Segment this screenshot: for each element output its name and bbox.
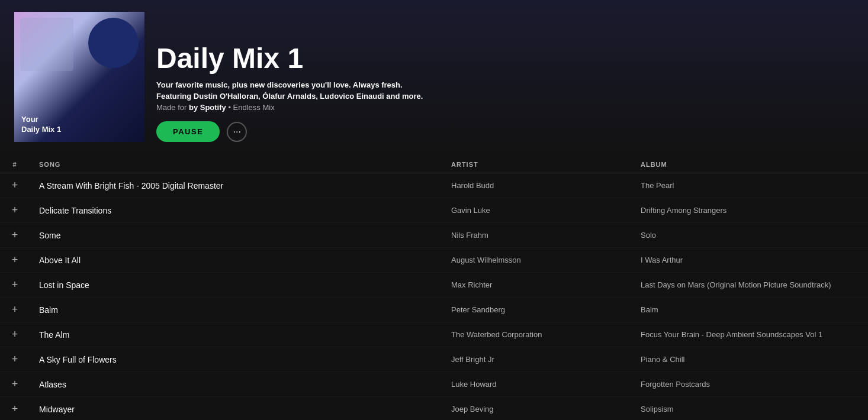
ellipsis-icon: ··· bbox=[233, 127, 241, 137]
track-album[interactable]: Solipsism bbox=[631, 397, 868, 421]
track-album[interactable]: Focus Your Brain - Deep Ambient Soundsca… bbox=[631, 322, 868, 347]
table-row[interactable]: +A Sky Full of FlowersJeff Bright JrPian… bbox=[0, 347, 868, 372]
track-album[interactable]: Drifting Among Strangers bbox=[631, 198, 868, 223]
featuring-suffix: and more. bbox=[384, 92, 423, 101]
table-row[interactable]: +Lost in SpaceMax RichterLast Days on Ma… bbox=[0, 273, 868, 298]
table-row[interactable]: +MidwayerJoep BevingSolipsism bbox=[0, 397, 868, 421]
track-artist[interactable]: Peter Sandberg bbox=[442, 298, 631, 322]
featuring-prefix: Featuring bbox=[156, 92, 194, 101]
track-artist[interactable]: Jeff Bright Jr bbox=[442, 347, 631, 372]
track-title[interactable]: Lost in Space bbox=[30, 273, 442, 298]
more-options-button[interactable]: ··· bbox=[227, 122, 247, 142]
track-title[interactable]: Balm bbox=[30, 298, 442, 322]
made-for-label: Made for bbox=[156, 103, 187, 112]
hero-info: Daily Mix 1 Your favorite music, plus ne… bbox=[156, 43, 854, 142]
table-row[interactable]: +A Stream With Bright Fish - 2005 Digita… bbox=[0, 173, 868, 198]
col-num: # bbox=[0, 156, 30, 173]
track-album[interactable]: Balm bbox=[631, 298, 868, 322]
table-row[interactable]: +Above It AllAugust WilhelmssonI Was Art… bbox=[0, 248, 868, 273]
track-number[interactable]: + bbox=[0, 198, 30, 223]
track-number[interactable]: + bbox=[0, 273, 30, 298]
featuring-artists: Dustin O'Halloran, Ólafur Arnalds, Ludov… bbox=[194, 92, 384, 101]
add-track-icon[interactable]: + bbox=[12, 353, 18, 365]
track-number[interactable]: + bbox=[0, 372, 30, 397]
track-number[interactable]: + bbox=[0, 397, 30, 421]
table-row[interactable]: +SomeNils FrahmSolo bbox=[0, 223, 868, 248]
add-track-icon[interactable]: + bbox=[12, 328, 18, 340]
track-artist[interactable]: Luke Howard bbox=[442, 372, 631, 397]
add-track-icon[interactable]: + bbox=[12, 229, 18, 241]
by-spotify-label: by Spotify bbox=[189, 103, 226, 112]
track-table: # SONG ARTIST ALBUM +A Stream With Brigh… bbox=[0, 156, 868, 420]
add-track-icon[interactable]: + bbox=[12, 254, 18, 266]
playlist-meta: Made for by Spotify • Endless Mix bbox=[156, 103, 854, 112]
add-track-icon[interactable]: + bbox=[12, 403, 18, 415]
track-number[interactable]: + bbox=[0, 298, 30, 322]
col-album: ALBUM bbox=[631, 156, 868, 173]
add-track-icon[interactable]: + bbox=[12, 303, 18, 315]
track-number[interactable]: + bbox=[0, 347, 30, 372]
col-artist: ARTIST bbox=[442, 156, 631, 173]
add-track-icon[interactable]: + bbox=[12, 204, 18, 216]
track-album[interactable]: Solo bbox=[631, 223, 868, 248]
featuring-line: Featuring Dustin O'Halloran, Ólafur Arna… bbox=[156, 92, 854, 101]
album-art: Your Daily Mix 1 bbox=[14, 12, 144, 142]
track-title[interactable]: A Stream With Bright Fish - 2005 Digital… bbox=[30, 173, 442, 198]
add-track-icon[interactable]: + bbox=[12, 179, 18, 191]
track-album[interactable]: Forgotten Postcards bbox=[631, 372, 868, 397]
track-number[interactable]: + bbox=[0, 248, 30, 273]
track-album[interactable]: Last Days on Mars (Original Motion Pictu… bbox=[631, 273, 868, 298]
track-album[interactable]: The Pearl bbox=[631, 173, 868, 198]
table-header: # SONG ARTIST ALBUM bbox=[0, 156, 868, 173]
table-row[interactable]: +AtlasesLuke HowardForgotten Postcards bbox=[0, 372, 868, 397]
track-title[interactable]: Atlases bbox=[30, 372, 442, 397]
playlist-description: Your favorite music, plus new discoverie… bbox=[156, 80, 854, 89]
track-album[interactable]: I Was Arthur bbox=[631, 248, 868, 273]
header-row: # SONG ARTIST ALBUM bbox=[0, 156, 868, 173]
track-number[interactable]: + bbox=[0, 223, 30, 248]
track-artist[interactable]: Joep Beving bbox=[442, 397, 631, 421]
table-row[interactable]: +BalmPeter SandbergBalm bbox=[0, 298, 868, 322]
track-list: +A Stream With Bright Fish - 2005 Digita… bbox=[0, 173, 868, 421]
track-artist[interactable]: Harold Budd bbox=[442, 173, 631, 198]
table-row[interactable]: +The AlmThe Waterbed CorporationFocus Yo… bbox=[0, 322, 868, 347]
hero-section: Your Daily Mix 1 Daily Mix 1 Your favori… bbox=[0, 0, 868, 156]
table-row[interactable]: +Delicate TransitionsGavin LukeDrifting … bbox=[0, 198, 868, 223]
track-album[interactable]: Piano & Chill bbox=[631, 347, 868, 372]
track-title[interactable]: Some bbox=[30, 223, 442, 248]
track-title[interactable]: Delicate Transitions bbox=[30, 198, 442, 223]
track-title[interactable]: Midwayer bbox=[30, 397, 442, 421]
track-artist[interactable]: The Waterbed Corporation bbox=[442, 322, 631, 347]
album-art-label: Your Daily Mix 1 bbox=[21, 115, 61, 135]
track-title[interactable]: The Alm bbox=[30, 322, 442, 347]
track-title[interactable]: Above It All bbox=[30, 248, 442, 273]
add-track-icon[interactable]: + bbox=[12, 378, 18, 390]
page-title: Daily Mix 1 bbox=[156, 43, 854, 75]
track-artist[interactable]: Nils Frahm bbox=[442, 223, 631, 248]
track-number[interactable]: + bbox=[0, 173, 30, 198]
pause-button[interactable]: PAUSE bbox=[156, 121, 220, 142]
track-artist[interactable]: Max Richter bbox=[442, 273, 631, 298]
track-artist[interactable]: Gavin Luke bbox=[442, 198, 631, 223]
controls-bar: PAUSE ··· bbox=[156, 121, 854, 142]
endless-mix-label: • Endless Mix bbox=[228, 103, 274, 112]
col-song: SONG bbox=[30, 156, 442, 173]
add-track-icon[interactable]: + bbox=[12, 279, 18, 290]
track-number[interactable]: + bbox=[0, 322, 30, 347]
description-text: Your favorite music, plus new discoverie… bbox=[156, 80, 403, 89]
track-artist[interactable]: August Wilhelmsson bbox=[442, 248, 631, 273]
track-title[interactable]: A Sky Full of Flowers bbox=[30, 347, 442, 372]
